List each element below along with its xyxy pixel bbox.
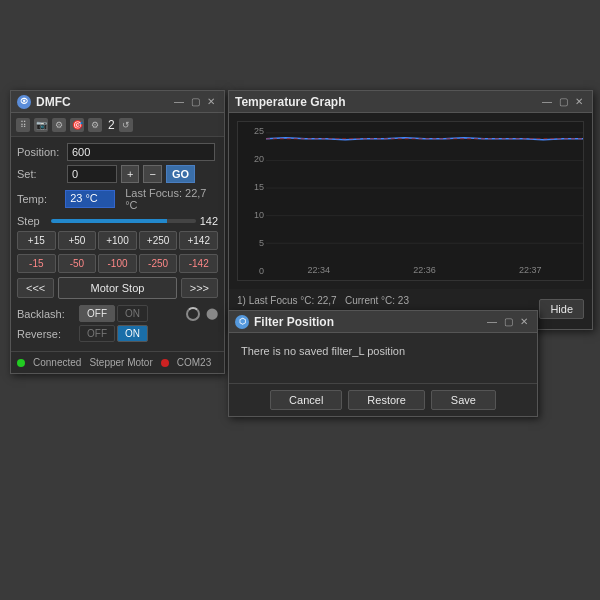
step-pos-100[interactable]: +100 <box>98 231 137 250</box>
y-axis-labels: 25 20 15 10 5 0 <box>238 122 266 280</box>
filter-title-bar: ⬡ Filter Position — ▢ ✕ <box>229 311 537 333</box>
stepper-dot <box>161 359 169 367</box>
hide-btn[interactable]: Hide <box>539 299 584 319</box>
toolbar-gear-icon[interactable]: ⚙ <box>52 118 66 132</box>
dmfc-minimize-btn[interactable]: — <box>172 95 186 109</box>
cancel-btn[interactable]: Cancel <box>270 390 342 410</box>
step-row: Step 142 <box>17 215 218 227</box>
toolbar-num: 2 <box>108 118 115 132</box>
connected-dot <box>17 359 25 367</box>
reverse-on-btn[interactable]: ON <box>117 325 148 342</box>
y-label-15: 15 <box>240 182 264 192</box>
temp-close-btn[interactable]: ✕ <box>572 95 586 109</box>
backlash-off-btn[interactable]: OFF <box>79 305 115 322</box>
temp-line <box>266 138 583 140</box>
chart-container: 25 20 15 10 5 0 <box>237 121 584 281</box>
temp-maximize-btn[interactable]: ▢ <box>556 95 570 109</box>
dmfc-title: DMFC <box>36 95 170 109</box>
motor-stop-btn[interactable]: Motor Stop <box>58 277 176 299</box>
step-pos-50[interactable]: +50 <box>58 231 97 250</box>
toolbar-refresh-icon[interactable]: ↺ <box>119 118 133 132</box>
spinner-icon <box>186 307 200 321</box>
reverse-row: Reverse: OFF ON <box>17 325 218 342</box>
temp-title: Temperature Graph <box>235 95 538 109</box>
backlash-extra-icon: ⬤ <box>206 307 218 320</box>
stepper-label: Stepper Motor <box>89 357 152 368</box>
set-row: Set: + − GO <box>17 165 218 183</box>
step-neg-50[interactable]: -50 <box>58 254 97 273</box>
temp-label: Temp: <box>17 193 61 205</box>
toolbar-dots-icon[interactable]: ⠿ <box>16 118 30 132</box>
dmfc-status-bar: Connected Stepper Motor COM23 <box>11 351 224 373</box>
filter-footer: Cancel Restore Save <box>229 383 537 416</box>
step-pos-142[interactable]: +142 <box>179 231 218 250</box>
x-axis-labels: 22:34 22:36 22:37 <box>266 260 583 280</box>
negative-btn-grid: -15 -50 -100 -250 -142 <box>17 254 218 273</box>
dmfc-window: ⦿ DMFC — ▢ ✕ ⠿ 📷 ⚙ 🎯 ⚙ 2 ↺ Position: Set… <box>10 90 225 374</box>
last-focus-label: Last Focus: 22,7 °C <box>125 187 218 211</box>
go-btn[interactable]: GO <box>166 165 195 183</box>
filter-minimize-btn[interactable]: — <box>485 315 499 329</box>
stat1-focus: 1) Last Focus °C: 22,7 Current °C: 23 <box>237 293 531 309</box>
y-label-20: 20 <box>240 154 264 164</box>
backlash-row: Backlash: OFF ON ⬤ <box>17 305 218 322</box>
filter-maximize-btn[interactable]: ▢ <box>501 315 515 329</box>
restore-btn[interactable]: Restore <box>348 390 425 410</box>
dmfc-toolbar: ⠿ 📷 ⚙ 🎯 ⚙ 2 ↺ <box>11 113 224 137</box>
step-label: Step <box>17 215 47 227</box>
reverse-off-btn[interactable]: OFF <box>79 325 115 342</box>
minus-btn[interactable]: − <box>143 165 161 183</box>
port-label: COM23 <box>177 357 211 368</box>
step-neg-250[interactable]: -250 <box>139 254 178 273</box>
reverse-label: Reverse: <box>17 328 73 340</box>
step-neg-142[interactable]: -142 <box>179 254 218 273</box>
motor-row: <<< Motor Stop >>> <box>17 277 218 299</box>
reverse-toggle: OFF ON <box>79 325 148 342</box>
step-value: 142 <box>200 215 218 227</box>
filter-content: There is no saved filter_L position <box>229 333 537 383</box>
toolbar-camera-icon[interactable]: 📷 <box>34 118 48 132</box>
step-neg-15[interactable]: -15 <box>17 254 56 273</box>
toolbar-settings-icon[interactable]: ⚙ <box>88 118 102 132</box>
y-label-10: 10 <box>240 210 264 220</box>
y-label-25: 25 <box>240 126 264 136</box>
filter-window: ⬡ Filter Position — ▢ ✕ There is no save… <box>228 310 538 417</box>
toolbar-target-icon[interactable]: 🎯 <box>70 118 84 132</box>
filter-title: Filter Position <box>254 315 483 329</box>
temp-minimize-btn[interactable]: — <box>540 95 554 109</box>
save-btn[interactable]: Save <box>431 390 496 410</box>
temp-value: 23 °C <box>65 190 115 208</box>
dmfc-content: Position: Set: + − GO Temp: 23 °C Last F… <box>11 137 224 351</box>
filter-close-btn[interactable]: ✕ <box>517 315 531 329</box>
set-input[interactable] <box>67 165 117 183</box>
filter-icon: ⬡ <box>235 315 249 329</box>
nav-right-btn[interactable]: >>> <box>181 278 218 298</box>
step-neg-100[interactable]: -100 <box>98 254 137 273</box>
set-label: Set: <box>17 168 63 180</box>
y-label-5: 5 <box>240 238 264 248</box>
backlash-label: Backlash: <box>17 308 73 320</box>
x-label-2: 22:36 <box>413 265 436 275</box>
temp-row: Temp: 23 °C Last Focus: 22,7 °C <box>17 187 218 211</box>
step-pos-250[interactable]: +250 <box>139 231 178 250</box>
x-label-1: 22:34 <box>308 265 331 275</box>
dmfc-maximize-btn[interactable]: ▢ <box>188 95 202 109</box>
temp-title-bar: Temperature Graph — ▢ ✕ <box>229 91 592 113</box>
plus-btn[interactable]: + <box>121 165 139 183</box>
y-label-0: 0 <box>240 266 264 276</box>
positive-btn-grid: +15 +50 +100 +250 +142 <box>17 231 218 250</box>
connected-label: Connected <box>33 357 81 368</box>
position-input[interactable] <box>67 143 215 161</box>
dmfc-title-bar: ⦿ DMFC — ▢ ✕ <box>11 91 224 113</box>
position-label: Position: <box>17 146 63 158</box>
dmfc-icon: ⦿ <box>17 95 31 109</box>
step-slider[interactable] <box>51 219 196 223</box>
dmfc-close-btn[interactable]: ✕ <box>204 95 218 109</box>
step-pos-15[interactable]: +15 <box>17 231 56 250</box>
nav-left-btn[interactable]: <<< <box>17 278 54 298</box>
position-row: Position: <box>17 143 218 161</box>
filter-message: There is no saved filter_L position <box>241 345 525 357</box>
temperature-window: Temperature Graph — ▢ ✕ 25 20 15 10 5 0 <box>228 90 593 330</box>
backlash-on-btn[interactable]: ON <box>117 305 148 322</box>
backlash-toggle: OFF ON <box>79 305 148 322</box>
